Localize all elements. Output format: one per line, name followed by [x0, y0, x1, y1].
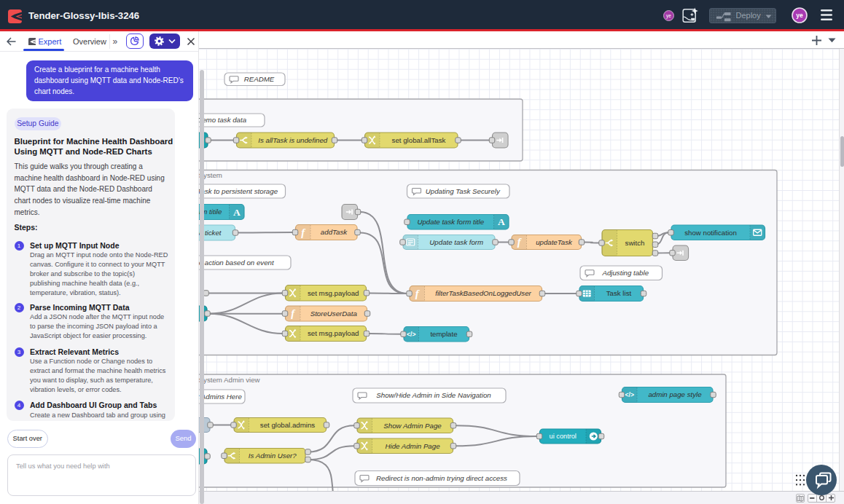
svg-text:Show Admin Page: Show Admin Page [383, 422, 442, 430]
svg-text:Update task form: Update task form [429, 238, 483, 246]
svg-text:A: A [498, 216, 505, 227]
svg-text:Updating Task Securely: Updating Task Securely [426, 187, 501, 195]
svg-text:set global.admins: set global.admins [260, 421, 316, 429]
svg-text:set global.allTask: set global.allTask [392, 136, 446, 144]
svg-text:set msg.payload: set msg.payload [308, 289, 359, 297]
svg-text:Adjusting table: Adjusting table [601, 269, 649, 277]
svg-text:StoreUserData: StoreUserData [310, 310, 358, 318]
svg-text:addTask: addTask [321, 228, 348, 236]
svg-text:Is Admin User?: Is Admin User? [249, 452, 297, 460]
svg-text:Is allTask is undefined: Is allTask is undefined [258, 136, 328, 144]
svg-text:</>: </> [407, 331, 415, 338]
svg-text:Task list: Task list [606, 289, 632, 297]
svg-text:ye: ye [666, 13, 671, 19]
svg-text:README: README [244, 75, 275, 83]
svg-text:set msg.payload: set msg.payload [308, 329, 359, 337]
svg-text:Show/Hide Admin in Side Naviga: Show/Hide Admin in Side Navigation [376, 391, 491, 399]
svg-text:ye: ye [796, 12, 803, 19]
svg-text:Demo task data: Demo task data [197, 116, 246, 124]
svg-text:Hide Admin Page: Hide Admin Page [385, 442, 440, 450]
svg-text:filterTaskBasedOnLoggedUser: filterTaskBasedOnLoggedUser [435, 289, 531, 297]
svg-text:</>: </> [625, 391, 634, 398]
svg-text:A: A [233, 207, 241, 218]
svg-text:updateTask: updateTask [536, 238, 573, 246]
svg-text:template: template [430, 330, 457, 338]
svg-text:Update task form title: Update task form title [417, 218, 484, 226]
svg-text:switch: switch [625, 239, 645, 247]
svg-text:show notification: show notification [684, 229, 737, 237]
svg-text:ui control: ui control [550, 433, 577, 440]
svg-text:admin page style: admin page style [648, 390, 702, 398]
svg-text:Redirect is non-admin trying d: Redirect is non-admin trying direct acce… [376, 474, 507, 482]
